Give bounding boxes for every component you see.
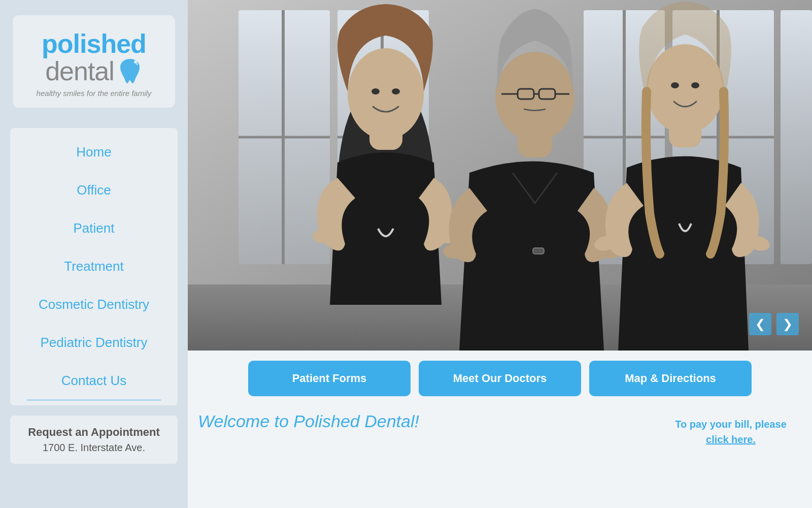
hero-image — [188, 0, 812, 351]
svg-point-23 — [392, 88, 400, 94]
sidebar-item-pediatric-dentistry[interactable]: Pediatric Dentistry — [10, 324, 178, 362]
sidebar-item-home[interactable]: Home — [10, 133, 178, 171]
nav-divider — [27, 400, 161, 400]
svg-point-1 — [136, 63, 138, 65]
svg-point-37 — [671, 82, 679, 88]
tooth-logo-icon — [117, 57, 143, 85]
bottom-section: Welcome to Polished Dental! To pay your … — [188, 401, 812, 452]
bill-pay-link[interactable]: click here. — [706, 434, 756, 445]
svg-point-36 — [647, 44, 724, 134]
appointment-address: 1700 E. Interstate Ave. — [20, 442, 167, 454]
logo-dental: dental — [45, 58, 114, 84]
sidebar-item-treatment[interactable]: Treatment — [10, 247, 178, 285]
sidebar: polished dental healthy smiles for the e… — [0, 0, 188, 508]
logo-tagline: healthy smiles for the entire family — [37, 89, 152, 98]
nav-menu: Home Office Patient Treatment Cosmetic D… — [10, 128, 178, 405]
hero-area: ❮ ❯ — [188, 0, 812, 351]
bill-pay-text: To pay your bill, please click here. — [675, 419, 787, 445]
svg-point-38 — [691, 82, 699, 88]
sidebar-item-cosmetic-dentistry[interactable]: Cosmetic Dentistry — [10, 285, 178, 324]
svg-point-27 — [495, 52, 574, 141]
logo-box: polished dental healthy smiles for the e… — [13, 15, 175, 108]
svg-point-0 — [134, 60, 137, 64]
svg-rect-39 — [533, 248, 544, 254]
sidebar-item-office[interactable]: Office — [10, 171, 178, 209]
carousel-next-button[interactable]: ❯ — [776, 313, 799, 335]
svg-point-18 — [313, 229, 335, 243]
sidebar-item-contact-us[interactable]: Contact Us — [10, 362, 178, 400]
svg-point-21 — [348, 48, 424, 140]
appointment-title: Request an Appointment — [20, 426, 167, 439]
action-buttons-row: Patient Forms Meet Our Doctors Map & Dir… — [188, 351, 812, 396]
appointment-box: Request an Appointment 1700 E. Interstat… — [10, 416, 178, 464]
bill-pay-box: To pay your bill, please click here. — [660, 411, 802, 452]
sidebar-item-patient[interactable]: Patient — [10, 209, 178, 247]
map-directions-button[interactable]: Map & Directions — [589, 361, 752, 396]
svg-point-24 — [443, 244, 465, 259]
meet-doctors-button[interactable]: Meet Our Doctors — [419, 361, 581, 396]
patient-forms-button[interactable]: Patient Forms — [248, 361, 411, 396]
welcome-title: Welcome to Polished Dental! — [198, 411, 650, 431]
welcome-text-area: Welcome to Polished Dental! — [198, 411, 650, 452]
svg-rect-7 — [781, 10, 812, 264]
logo-polished: polished — [42, 30, 146, 57]
carousel-prev-button[interactable]: ❮ — [749, 313, 771, 335]
main-content: ❮ ❯ Patient Forms Meet Our Doctors Map &… — [188, 0, 812, 508]
svg-point-22 — [371, 88, 380, 94]
